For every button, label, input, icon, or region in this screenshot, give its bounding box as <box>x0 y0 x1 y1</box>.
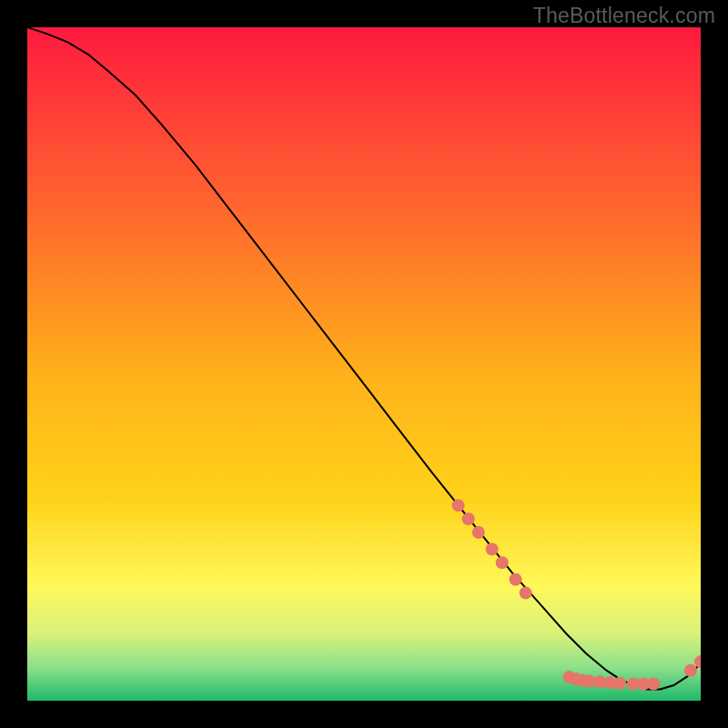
data-point <box>684 664 697 677</box>
plot-area <box>27 27 701 701</box>
data-point <box>452 499 465 511</box>
data-point <box>520 587 532 600</box>
data-point <box>462 512 475 525</box>
data-point <box>647 678 660 691</box>
data-point <box>496 556 509 569</box>
plot-svg <box>27 27 701 701</box>
data-point <box>613 677 626 690</box>
chart-frame: TheBottleneck.com <box>0 0 728 728</box>
data-point <box>486 543 499 556</box>
data-point <box>472 526 485 539</box>
gradient-background <box>27 27 701 701</box>
data-point <box>510 573 522 586</box>
watermark-text: TheBottleneck.com <box>533 4 715 28</box>
